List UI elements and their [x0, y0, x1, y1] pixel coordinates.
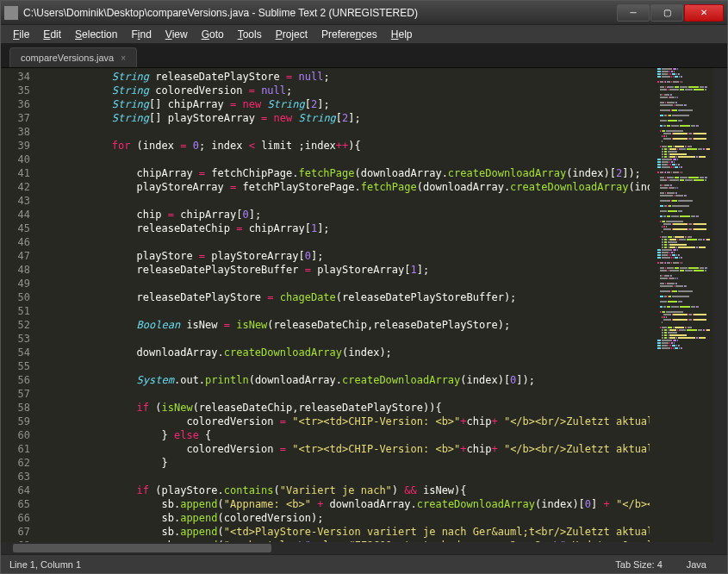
- tab-label: compareVersions.java: [21, 53, 114, 63]
- menu-file[interactable]: File: [6, 27, 36, 42]
- menu-tools[interactable]: Tools: [231, 27, 269, 42]
- menu-project[interactable]: Project: [269, 27, 314, 42]
- menubar: File Edit Selection Find View Goto Tools…: [1, 25, 727, 44]
- tabbar: compareVersions.java ×: [1, 44, 727, 68]
- titlebar[interactable]: C:\Users\Dominik\Desktop\compareVersions…: [1, 1, 727, 25]
- close-button[interactable]: ✕: [684, 4, 724, 22]
- code-editor[interactable]: String releaseDatePlayStore = null; Stri…: [37, 68, 650, 542]
- minimap-content: [651, 68, 712, 353]
- maximize-button[interactable]: ▢: [650, 4, 683, 22]
- window-controls: ─ ▢ ✕: [616, 4, 724, 22]
- status-tab-size[interactable]: Tab Size: 4: [603, 559, 674, 570]
- vertical-scrollbar[interactable]: [713, 68, 727, 542]
- menu-preferences[interactable]: Preferences: [314, 27, 384, 42]
- app-icon: [4, 6, 18, 20]
- menu-view[interactable]: View: [159, 27, 195, 42]
- horizontal-scrollbar-thumb[interactable]: [13, 544, 271, 552]
- app-window: C:\Users\Dominik\Desktop\compareVersions…: [0, 0, 728, 574]
- menu-help[interactable]: Help: [384, 27, 420, 42]
- minimize-button[interactable]: ─: [617, 4, 650, 22]
- editor-area: 34 35 36 37 38 39 40 41 42 43 44 45 46 4…: [1, 68, 727, 542]
- menu-find[interactable]: Find: [124, 27, 158, 42]
- minimap[interactable]: [650, 68, 713, 542]
- status-position[interactable]: Line 1, Column 1: [9, 559, 603, 570]
- window-title: C:\Users\Dominik\Desktop\compareVersions…: [23, 7, 616, 19]
- menu-selection[interactable]: Selection: [68, 27, 124, 42]
- status-syntax[interactable]: Java: [675, 559, 719, 570]
- menu-goto[interactable]: Goto: [195, 27, 231, 42]
- horizontal-scrollbar[interactable]: [1, 542, 727, 554]
- statusbar: Line 1, Column 1 Tab Size: 4 Java: [1, 554, 727, 573]
- menu-edit[interactable]: Edit: [36, 27, 68, 42]
- line-number-gutter: 34 35 36 37 38 39 40 41 42 43 44 45 46 4…: [1, 68, 37, 542]
- tab-file[interactable]: compareVersions.java ×: [9, 47, 137, 67]
- tab-close-icon[interactable]: ×: [121, 53, 126, 63]
